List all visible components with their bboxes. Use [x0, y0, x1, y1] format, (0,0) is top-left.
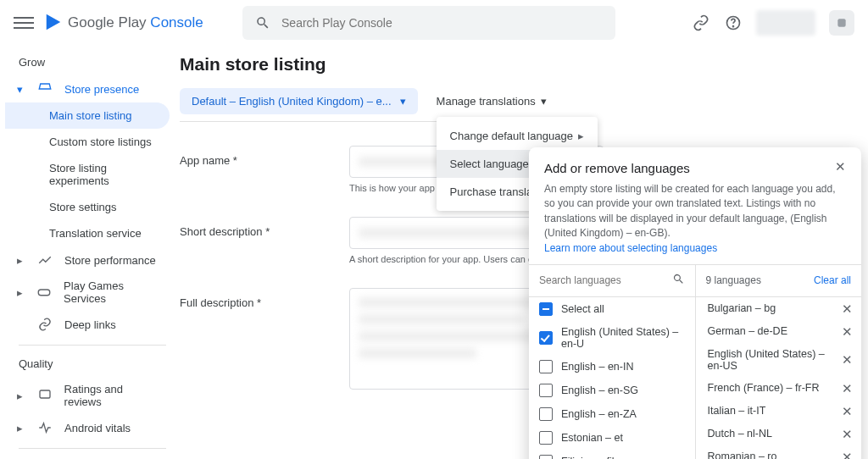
nav-label: Play Games Services [64, 279, 159, 305]
menu-item-change-default-language[interactable]: Change default language▸ [437, 122, 598, 150]
svg-rect-4 [40, 390, 50, 398]
language-label: Italian – it-IT [708, 405, 766, 417]
logo[interactable]: Google Play Console [44, 13, 203, 34]
search-icon [254, 14, 271, 32]
checkbox-icon[interactable] [539, 360, 553, 373]
language-option[interactable]: English – en-SG [529, 379, 695, 402]
chevron-right-icon: ▸ [17, 390, 25, 402]
checkbox-icon[interactable] [539, 302, 553, 316]
reviews-icon [37, 388, 53, 403]
nav-label: Android vitals [64, 422, 131, 434]
sidebar-item-custom-store-listings[interactable]: Custom store listings [5, 129, 170, 155]
nav-label: Deep links [64, 318, 116, 331]
remove-language-icon[interactable]: ✕ [842, 405, 853, 418]
field-label: Full description * [180, 288, 349, 309]
checkbox-icon[interactable] [539, 407, 553, 421]
listing-toolbar: Default – English (United Kingdom) – e..… [180, 88, 851, 114]
chevron-right-icon: ▸ [17, 422, 25, 434]
divider [19, 448, 166, 449]
language-label: English – en-ZA [561, 408, 637, 420]
nav-section-quality: Quality [5, 351, 176, 377]
selected-languages-column: 9 languages Clear all Bulgarian – bg✕Ger… [696, 265, 862, 459]
close-icon[interactable]: ✕ [835, 159, 846, 174]
selected-language-row: Romanian – ro✕ [696, 445, 862, 459]
language-label: Romanian – ro [708, 451, 777, 459]
remove-language-icon[interactable]: ✕ [842, 302, 853, 315]
sidebar-item-store-performance[interactable]: ▸ Store performance [5, 246, 170, 274]
remove-language-icon[interactable]: ✕ [842, 451, 853, 459]
selected-language-row: German – de-DE✕ [696, 320, 862, 343]
trending-icon [37, 252, 53, 268]
sidebar-item-translation-service[interactable]: Translation service [5, 220, 170, 246]
remove-language-icon[interactable]: ✕ [842, 382, 853, 395]
chevron-right-icon: ▸ [17, 254, 25, 267]
language-label: Estonian – et [561, 432, 623, 444]
app-icon-button[interactable] [829, 10, 854, 36]
sidebar-item-store-experiments[interactable]: Store listing experiments [5, 155, 170, 194]
panel-description: An empty store listing will be created f… [544, 182, 846, 256]
search-icon [672, 273, 685, 288]
link-icon[interactable] [692, 14, 710, 32]
nav-label: Store presence [64, 83, 139, 96]
search-input[interactable] [281, 16, 604, 30]
learn-more-link[interactable]: Learn more about selecting languages [544, 242, 717, 254]
checkbox-icon[interactable] [539, 455, 553, 459]
sidebar-item-main-store-listing[interactable]: Main store listing [5, 102, 170, 129]
language-label: English (United States) – en-US [708, 348, 834, 372]
select-all-label: Select all [561, 303, 604, 315]
vitals-icon [37, 420, 53, 435]
chevron-down-icon: ▾ [541, 95, 547, 108]
language-label: French (France) – fr-FR [708, 382, 820, 394]
sidebar-item-store-presence[interactable]: ▾ Store presence [5, 75, 170, 102]
sidebar-item-deep-links[interactable]: ▸ Deep links [5, 311, 170, 338]
logo-text: Google Play Console [68, 14, 203, 31]
sidebar-item-play-games-services[interactable]: ▸ Play Games Services [5, 274, 170, 311]
chevron-right-icon: ▸ [17, 286, 25, 299]
language-option[interactable]: Estonian – et [529, 426, 695, 450]
language-option[interactable]: Filipino – fil [529, 450, 695, 459]
topbar-right [692, 10, 854, 36]
remove-language-icon[interactable]: ✕ [842, 325, 853, 338]
manage-translations-dropdown[interactable]: Manage translations ▾ Change default lan… [437, 95, 547, 108]
remove-language-icon[interactable]: ✕ [842, 353, 853, 366]
checkbox-icon[interactable] [539, 384, 553, 397]
sidebar-item-ratings-reviews[interactable]: ▸ Ratings and reviews [5, 377, 170, 414]
default-language-dropdown[interactable]: Default – English (United Kingdom) – e..… [180, 88, 418, 114]
topbar: Google Play Console [0, 0, 868, 46]
checkbox-icon[interactable] [539, 431, 553, 445]
sidebar-item-android-vitals[interactable]: ▸ Android vitals [5, 414, 170, 441]
language-option[interactable]: English – en-IN [529, 355, 695, 379]
svg-point-1 [733, 26, 734, 27]
chevron-right-icon: ▸ [578, 130, 584, 142]
menu-icon[interactable] [14, 13, 34, 33]
help-icon[interactable] [724, 14, 743, 32]
search-bar[interactable] [242, 6, 615, 40]
divider [19, 345, 166, 346]
account-switcher[interactable] [756, 10, 815, 36]
selected-language-row: Bulgarian – bg✕ [696, 297, 862, 320]
language-label: English (United States) – en-U [561, 326, 685, 350]
language-search-input[interactable] [539, 274, 632, 286]
language-panel: Add or remove languages ✕ An empty store… [529, 147, 861, 459]
available-languages-column: Select allEnglish (United States) – en-U… [529, 265, 696, 459]
sidebar-item-store-settings[interactable]: Store settings [5, 194, 170, 220]
svg-rect-2 [837, 19, 845, 26]
storefront-icon [37, 81, 53, 97]
select-all-row[interactable]: Select all [529, 297, 695, 321]
language-option[interactable]: English – en-ZA [529, 402, 695, 426]
clear-all-button[interactable]: Clear all [814, 274, 851, 286]
panel-title: Add or remove languages [544, 161, 690, 175]
language-label: Dutch – nl-NL [708, 428, 772, 440]
language-label: German – de-DE [708, 325, 787, 337]
language-label: Bulgarian – bg [708, 302, 776, 314]
field-label: Short description * [180, 217, 349, 238]
svg-rect-3 [38, 290, 50, 296]
page-title: Main store listing [180, 54, 851, 75]
checkbox-icon[interactable] [539, 331, 553, 345]
language-label: English – en-IN [561, 361, 633, 373]
selected-language-row: English (United States) – en-US✕ [696, 343, 862, 377]
remove-language-icon[interactable]: ✕ [842, 428, 853, 440]
selected-count: 9 languages [706, 274, 761, 286]
selected-language-row: French (France) – fr-FR✕ [696, 377, 862, 400]
language-option[interactable]: English (United States) – en-U [529, 321, 695, 355]
